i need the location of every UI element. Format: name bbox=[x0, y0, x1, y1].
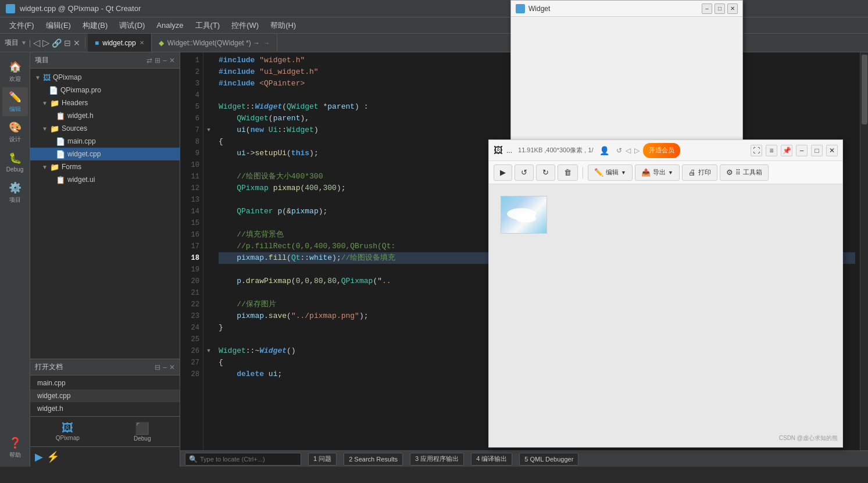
open-docs-min-btn[interactable]: – bbox=[163, 363, 167, 371]
tab-widget-cpp[interactable]: ■ widget.cpp ✕ bbox=[88, 34, 152, 52]
menu-file[interactable]: 文件(F) bbox=[3, 19, 40, 32]
iv-restore-btn[interactable]: □ bbox=[811, 145, 823, 156]
vertical-scrollbar[interactable] bbox=[860, 52, 868, 450]
menu-analyze[interactable]: Analyze bbox=[151, 20, 189, 31]
search-input[interactable] bbox=[200, 456, 293, 463]
iv-rotate-left-btn[interactable]: ↺ bbox=[515, 164, 534, 181]
panel-icon-close[interactable]: ✕ bbox=[169, 56, 175, 65]
toolbar-back-btn[interactable]: ◁ bbox=[33, 37, 40, 48]
tree-item-pro[interactable]: 📄 QPixmap.pro bbox=[30, 84, 180, 96]
iv-rotate-right-btn[interactable]: ↻ bbox=[536, 164, 555, 181]
menu-debug[interactable]: 调试(D) bbox=[113, 19, 151, 32]
tree-item-widget-ui[interactable]: 📋 widget.ui bbox=[30, 173, 180, 186]
iv-user-icon: 👤 bbox=[599, 146, 609, 155]
iv-thumbnail bbox=[501, 196, 547, 234]
iv-edit-btn[interactable]: ✏️ 编辑 ▼ bbox=[588, 164, 633, 181]
iv-delete-btn[interactable]: 🗑 bbox=[558, 164, 578, 181]
tree-item-widget-h[interactable]: 📋 widget.h bbox=[30, 109, 180, 122]
bottom-tab-qml[interactable]: 5 QML Debugger bbox=[519, 453, 578, 466]
sources-label: Sources bbox=[62, 124, 87, 133]
iv-fullscreen-btn[interactable]: ⛶ bbox=[751, 145, 762, 156]
menu-tools[interactable]: 工具(T) bbox=[190, 19, 226, 32]
iv-toolbox-btn[interactable]: ⚙ ⠿ 工具箱 bbox=[720, 164, 769, 181]
run-debug-btn[interactable]: ⚡ bbox=[47, 450, 59, 463]
iv-rotate-right-icon: ↻ bbox=[542, 168, 549, 177]
tab-arrow: → bbox=[263, 40, 270, 46]
bottom-tab-search[interactable]: 2 Search Results bbox=[344, 453, 403, 466]
bottom-tab-search-label: 2 Search Results bbox=[349, 456, 398, 463]
panel-icon-minimize[interactable]: – bbox=[163, 56, 167, 65]
project-panel: 项目 ⇄ ⊞ – ✕ ▼ 🖼 QPixmap 📄 QPixmap.pro ▼ bbox=[30, 52, 180, 467]
sidebar-item-edit[interactable]: ✏️ 编辑 bbox=[2, 87, 28, 116]
search-box[interactable]: 🔍 bbox=[185, 453, 301, 466]
widget-controls: Line: 18, Col: 36 – □ ✕ bbox=[702, 3, 738, 14]
sidebar-item-project[interactable]: ⚙️ 项目 bbox=[2, 178, 28, 207]
open-doc-widget-h[interactable]: widget.h bbox=[30, 402, 180, 415]
widget-window-icon bbox=[516, 4, 525, 13]
iv-minimize-btn[interactable]: – bbox=[796, 145, 808, 156]
panel-icon-layout[interactable]: ⊞ bbox=[155, 56, 160, 65]
iv-close-btn[interactable]: ✕ bbox=[826, 145, 838, 156]
widget-minimize-btn[interactable]: – bbox=[702, 3, 712, 14]
sidebar-item-design[interactable]: 🎨 设计 bbox=[2, 117, 28, 146]
widget-maximize-btn[interactable]: □ bbox=[715, 3, 725, 14]
panel-icon-sync[interactable]: ⇄ bbox=[147, 56, 152, 65]
menu-edit[interactable]: 编辑(E) bbox=[40, 19, 77, 32]
iv-nav-arrow-btn[interactable]: ▶ bbox=[494, 164, 512, 181]
open-doc-main-cpp-label: main.cpp bbox=[37, 379, 66, 387]
widget-close-btn[interactable]: ✕ bbox=[727, 3, 738, 14]
tab-close-icon[interactable]: ✕ bbox=[140, 40, 144, 46]
open-doc-widget-cpp[interactable]: widget.cpp bbox=[30, 389, 180, 402]
tree-item-widget-cpp[interactable]: 📄 widget.cpp bbox=[30, 148, 180, 160]
menu-help[interactable]: 帮助(H) bbox=[265, 19, 302, 32]
iv-menu-btn[interactable]: ≡ bbox=[766, 145, 777, 156]
run-btn[interactable]: ▶ bbox=[35, 450, 43, 463]
fold-7[interactable]: ▼ bbox=[203, 124, 214, 136]
bottom-tab-problems-label: 1 问题 bbox=[313, 455, 331, 463]
sidebar-item-help[interactable]: ❓ 帮助 bbox=[2, 433, 28, 462]
toolbar-close-btn[interactable]: ✕ bbox=[73, 38, 80, 48]
sidebar-item-debug[interactable]: 🐛 Debug bbox=[2, 148, 28, 177]
iv-export-btn[interactable]: 📤 导出 ▼ bbox=[635, 164, 680, 181]
toolbar-fwd-btn[interactable]: ▷ bbox=[42, 37, 49, 48]
title-text: widget.cpp @ QPixmap - Qt Creator bbox=[20, 4, 141, 13]
iv-export-arrow: ▼ bbox=[668, 170, 673, 176]
toolbar-split-btn[interactable]: ⊟ bbox=[64, 38, 71, 48]
help-icon: ❓ bbox=[9, 437, 22, 449]
iv-nav-back[interactable]: ◁ bbox=[626, 146, 631, 155]
bottom-status-bar: 🔍 1 问题 2 Search Results 3 应用程序输出 4 编译输出 … bbox=[180, 450, 868, 467]
scrollbar-thumb[interactable] bbox=[862, 55, 867, 124]
bottom-tab-app-output[interactable]: 3 应用程序输出 bbox=[410, 453, 464, 466]
widget-window-title: Widget bbox=[528, 5, 550, 13]
tree-folder-headers[interactable]: ▼ 📁 Headers bbox=[30, 96, 180, 109]
bottom-tab-problems[interactable]: 1 问题 bbox=[308, 453, 337, 466]
open-doc-widget-h-label: widget.h bbox=[37, 405, 63, 413]
tree-item-main-cpp[interactable]: 📄 main.cpp bbox=[30, 135, 180, 148]
menu-build[interactable]: 构建(B) bbox=[77, 19, 113, 32]
open-docs-close-btn[interactable]: ✕ bbox=[169, 363, 175, 371]
tree-folder-forms[interactable]: ▼ 📁 Forms bbox=[30, 160, 180, 173]
tab-widget-constructor[interactable]: ◆ Widget::Widget(QWidget *) → → bbox=[152, 34, 277, 52]
iv-window-controls: ⛶ ≡ 📌 – □ ✕ bbox=[751, 145, 838, 156]
tree-root-qpixmap[interactable]: ▼ 🖼 QPixmap bbox=[30, 71, 180, 84]
iv-pin-btn[interactable]: 📌 bbox=[781, 145, 792, 156]
menu-controls[interactable]: 控件(W) bbox=[226, 19, 265, 32]
cloud2 bbox=[516, 214, 536, 223]
toolbar-link-btn[interactable]: 🔗 bbox=[52, 38, 62, 48]
iv-print-btn[interactable]: 🖨 打印 bbox=[682, 164, 717, 181]
bottom-tab-compile[interactable]: 4 编译输出 bbox=[471, 453, 512, 466]
iv-nav-forward[interactable]: ▷ bbox=[634, 146, 640, 155]
open-docs-label: 打开文档 bbox=[35, 362, 63, 372]
open-doc-main-cpp[interactable]: main.cpp bbox=[30, 377, 180, 389]
bottom-qpixmap-btn[interactable]: 🖼 QPixmap bbox=[30, 419, 105, 444]
iv-membership-btn[interactable]: 开通会员 bbox=[643, 143, 680, 158]
tree-folder-sources[interactable]: ▼ 📁 Sources bbox=[30, 122, 180, 135]
iv-title-icon: 🖼 bbox=[494, 145, 503, 156]
bottom-debug-icon: ⬛ bbox=[135, 421, 149, 435]
sidebar-item-welcome[interactable]: 🏠 欢迎 bbox=[2, 57, 28, 86]
iv-sep1 bbox=[583, 167, 583, 178]
open-docs-layout-btn[interactable]: ⊟ bbox=[155, 363, 160, 371]
fold-26[interactable]: ▼ bbox=[203, 345, 214, 357]
bottom-debug-btn[interactable]: ⬛ Debug bbox=[105, 419, 180, 444]
iv-nav-refresh[interactable]: ↺ bbox=[616, 146, 622, 155]
